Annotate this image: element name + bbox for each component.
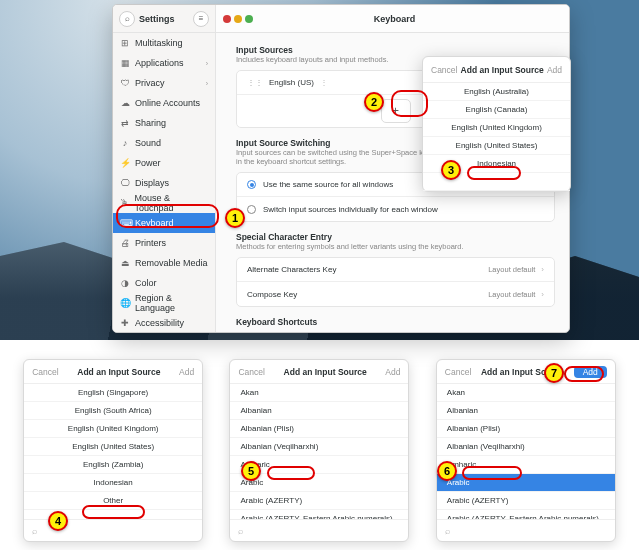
- cancel-button[interactable]: Cancel: [238, 367, 264, 377]
- sidebar-icon: 🖵: [120, 178, 130, 188]
- sidebar-icon: ♪: [120, 138, 130, 148]
- sidebar-item-displays[interactable]: 🖵Displays: [113, 173, 215, 193]
- add-button[interactable]: Add: [179, 367, 194, 377]
- switch-each-option[interactable]: Switch input sources individually for ea…: [237, 197, 554, 221]
- popover-item[interactable]: English (Australia): [423, 83, 570, 101]
- sidebar-item-label: Printers: [135, 238, 166, 248]
- sidebar-item-removable-media[interactable]: ⏏Removable Media: [113, 253, 215, 273]
- sidebar-item-multitasking[interactable]: ⊞Multitasking: [113, 33, 215, 53]
- window-controls[interactable]: [216, 15, 260, 23]
- sidebar-icon: ⏏: [120, 258, 130, 268]
- highlight-arabic-5: [267, 466, 315, 480]
- highlight-keyboard: [116, 204, 219, 228]
- popover-item[interactable]: English (United Kingdom): [423, 119, 570, 137]
- list-item[interactable]: Albanian (Plisi): [437, 420, 615, 438]
- list-item[interactable]: Arabic (AZERTY, Eastern Arabic numerals): [230, 510, 408, 519]
- menu-icon[interactable]: ≡: [193, 11, 209, 27]
- panel-6: Cancel Add an Input Source Add AkanAlban…: [436, 359, 616, 542]
- cancel-button[interactable]: Cancel: [445, 367, 471, 377]
- list-item[interactable]: Akan: [437, 384, 615, 402]
- alt-chars-row[interactable]: Alternate Characters Key Layout default …: [237, 258, 554, 282]
- add-button[interactable]: Add: [385, 367, 400, 377]
- more-icon[interactable]: ⋮: [320, 78, 328, 87]
- sidebar-item-label: Multitasking: [135, 38, 183, 48]
- popover-item[interactable]: English (United States): [423, 137, 570, 155]
- panel-5: Cancel Add an Input Source Add AkanAlban…: [229, 359, 409, 542]
- cancel-button[interactable]: Cancel: [431, 65, 457, 75]
- highlight-other: [82, 505, 145, 519]
- radio-same[interactable]: [247, 180, 256, 189]
- list-item[interactable]: English (United Kingdom): [24, 420, 202, 438]
- sidebar-item-sound[interactable]: ♪Sound: [113, 133, 215, 153]
- input-source-label: English (US): [269, 78, 314, 87]
- list-item[interactable]: Akan: [230, 384, 408, 402]
- radio-each[interactable]: [247, 205, 256, 214]
- callout-5: 5: [241, 461, 261, 481]
- list-item[interactable]: Albanian: [437, 402, 615, 420]
- compose-key-row[interactable]: Compose Key Layout default ›: [237, 282, 554, 306]
- sidebar-item-label: Accessibility: [135, 318, 184, 328]
- page-title: Keyboard: [260, 14, 529, 24]
- special-desc: Methods for entering symbols and letter …: [236, 242, 555, 251]
- list-item[interactable]: Arabic (AZERTY): [437, 492, 615, 510]
- list-item[interactable]: Albanian: [230, 402, 408, 420]
- special-card: Alternate Characters Key Layout default …: [236, 257, 555, 307]
- list-item[interactable]: Albanian (Veqilharxhi): [437, 438, 615, 456]
- maximize-icon[interactable]: [245, 15, 253, 23]
- chevron-right-icon: ›: [206, 60, 208, 67]
- callout-4: 4: [48, 511, 68, 531]
- search-icon[interactable]: ⌕: [119, 11, 135, 27]
- sidebar-item-label: Displays: [135, 178, 169, 188]
- settings-title: Settings: [139, 14, 189, 24]
- sidebar-item-label: Power: [135, 158, 161, 168]
- add-button[interactable]: Add: [547, 65, 562, 75]
- sidebar-icon: 🛡: [120, 78, 130, 88]
- sidebar-item-sharing[interactable]: ⇄Sharing: [113, 113, 215, 133]
- list-item[interactable]: English (United States): [24, 438, 202, 456]
- sidebar-item-region-language[interactable]: 🌐Region & Language: [113, 293, 215, 313]
- sidebar-item-online-accounts[interactable]: ☁Online Accounts: [113, 93, 215, 113]
- chevron-right-icon: ›: [206, 80, 208, 87]
- list-item[interactable]: Albanian (Plisi): [230, 420, 408, 438]
- panel-6-list: AkanAlbanianAlbanian (Plisi)Albanian (Ve…: [437, 384, 615, 519]
- sidebar-item-printers[interactable]: 🖨Printers: [113, 233, 215, 253]
- list-item[interactable]: Arabic (AZERTY, Eastern Arabic numerals): [437, 510, 615, 519]
- shortcuts-heading: Keyboard Shortcuts: [236, 317, 555, 327]
- callout-1: 1: [225, 208, 245, 228]
- popover-title: Add an Input Source: [59, 367, 179, 377]
- callout-2: 2: [364, 92, 384, 112]
- list-item[interactable]: Albanian (Veqilharxhi): [230, 438, 408, 456]
- minimize-icon[interactable]: [234, 15, 242, 23]
- sidebar-item-accessibility[interactable]: ✚Accessibility: [113, 313, 215, 332]
- callout-6: 6: [437, 461, 457, 481]
- main-header: Keyboard: [216, 5, 569, 33]
- list-item[interactable]: Arabic (AZERTY): [230, 492, 408, 510]
- sidebar-header: ⌕ Settings ≡: [113, 5, 215, 33]
- list-item[interactable]: English (Zambia): [24, 456, 202, 474]
- sidebar-item-label: Region & Language: [135, 293, 208, 313]
- sidebar-icon: 🌐: [120, 298, 130, 308]
- panel-4-list: English (Singapore)English (South Africa…: [24, 384, 202, 519]
- popover-item[interactable]: English (Canada): [423, 101, 570, 119]
- cancel-button[interactable]: Cancel: [32, 367, 58, 377]
- search-icon: ⌕: [32, 526, 37, 536]
- close-icon[interactable]: [223, 15, 231, 23]
- chevron-right-icon: ›: [541, 290, 544, 299]
- search-icon: ⌕: [238, 526, 243, 536]
- list-item[interactable]: Indonesian: [24, 474, 202, 492]
- input-sources-heading: Input Sources: [236, 45, 555, 55]
- search-row[interactable]: ⌕: [230, 519, 408, 541]
- list-item[interactable]: English (South Africa): [24, 402, 202, 420]
- sidebar-icon: 🖨: [120, 238, 130, 248]
- sidebar-icon: ⇄: [120, 118, 130, 128]
- search-row[interactable]: ⌕: [437, 519, 615, 541]
- list-item[interactable]: English (Singapore): [24, 384, 202, 402]
- drag-handle-icon[interactable]: ⋮⋮: [247, 78, 263, 87]
- sidebar-item-power[interactable]: ⚡Power: [113, 153, 215, 173]
- sidebar-icon: ⊞: [120, 38, 130, 48]
- sidebar-item-privacy[interactable]: 🛡Privacy›: [113, 73, 215, 93]
- sidebar-item-label: Sound: [135, 138, 161, 148]
- sidebar-item-applications[interactable]: ▦Applications›: [113, 53, 215, 73]
- sidebar-item-color[interactable]: ◑Color: [113, 273, 215, 293]
- search-icon: ⌕: [445, 526, 450, 536]
